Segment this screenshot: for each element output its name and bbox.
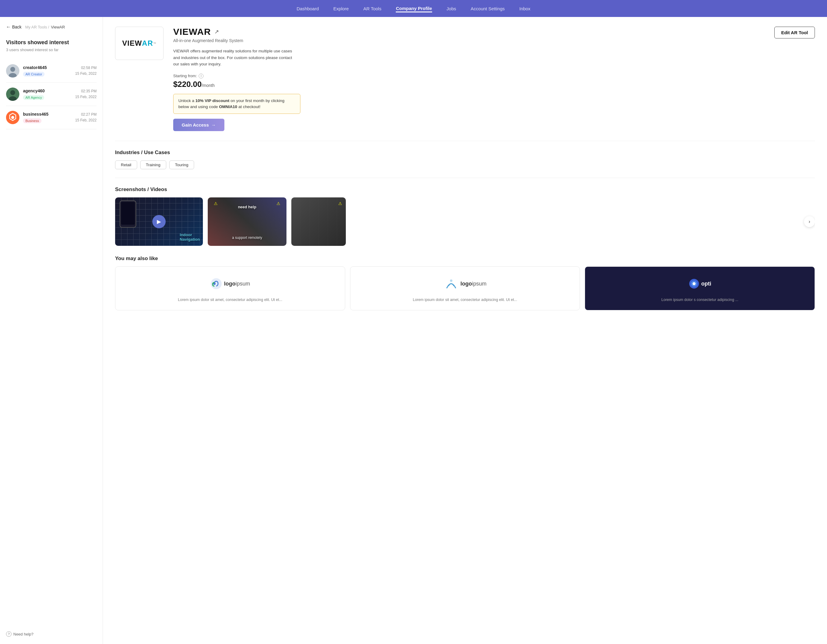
edit-ar-tool-button[interactable]: Edit AR Tool (774, 27, 815, 39)
back-button[interactable]: ← Back (6, 24, 22, 30)
discount-code: OMNIA10 (219, 104, 237, 109)
discount-highlight: 10% VIP discount (195, 98, 229, 103)
also-like-row: logoipsum Lorem ipsum dolor sit amet, co… (115, 267, 815, 310)
visitor-badge: AR Agency (23, 95, 44, 100)
visitor-time: 02:58 PM 15 Feb, 2022 (75, 65, 97, 76)
tag-retail: Retail (115, 161, 137, 169)
visitor-time: 02:27 PM 15 Feb, 2022 (75, 112, 97, 123)
nav-inbox[interactable]: Inbox (519, 5, 531, 12)
product-price: $220.00/month (173, 80, 774, 89)
nav-company-profile[interactable]: Company Profile (396, 5, 432, 12)
svg-point-7 (11, 116, 14, 119)
visitor-name: creator4645 (23, 65, 72, 70)
avatar (6, 111, 19, 124)
also-like-card[interactable]: logoipsum Lorem ipsum dolor sit amet, co… (115, 267, 345, 310)
warning-icon: ⚠ (276, 201, 281, 206)
visitor-badge: AR Creator (23, 72, 45, 76)
visitor-item: agency460 AR Agency 02:35 PM 15 Feb, 202… (6, 83, 97, 106)
also-like-card[interactable]: logoipsum Lorem ipsum dolor sit amet, co… (350, 267, 580, 310)
need-help-button[interactable]: ? Need help? (6, 631, 34, 637)
visitor-item: creator4645 AR Creator 02:58 PM 15 Feb, … (6, 59, 97, 83)
share-icon[interactable]: ↗ (214, 28, 219, 35)
visitor-info: agency460 AR Agency (23, 89, 72, 100)
card-logo: logoipsum (444, 274, 487, 293)
product-name: VIEWAR (173, 27, 211, 37)
card-logo: logoipsum (210, 274, 250, 293)
product-details: VIEWAR ↗ All-in-one Augmented Reality Sy… (173, 27, 774, 131)
media-label-remotely: a support remotely (232, 235, 262, 240)
screenshots-section: Screenshots / Videos ▶ IndoorNavigation (115, 187, 815, 246)
sidebar: ← Back My AR Tools / ViewAR Visitors sho… (0, 17, 103, 644)
also-like-title: You may also like (115, 256, 815, 262)
product-description: VIEWAR offers augmented reality solution… (173, 48, 294, 67)
product-tagline: All-in-one Augmented Reality System (173, 38, 774, 43)
also-like-section: You may also like logoipsum Lorem ipsum … (115, 256, 815, 310)
main-nav: Dashboard Explore AR Tools Company Profi… (0, 0, 827, 17)
visitor-item: business465 Business 02:27 PM 15 Feb, 20… (6, 106, 97, 129)
discount-box: Unlock a 10% VIP discount on your first … (173, 94, 300, 114)
media-item-image: ⚠ ⚠ need help a support remotely (208, 197, 287, 246)
media-label-need-help: need help (238, 205, 256, 209)
media-row: ▶ IndoorNavigation ⚠ ⚠ need help a suppo… (115, 197, 815, 246)
page-layout: ← Back My AR Tools / ViewAR Visitors sho… (0, 17, 827, 644)
arrow-icon: → (211, 122, 216, 128)
info-icon[interactable]: i (199, 73, 203, 78)
avatar (6, 87, 19, 101)
tag-training: Training (140, 161, 166, 169)
starting-from-label: Starting from: i (173, 73, 774, 78)
play-button[interactable]: ▶ (152, 215, 165, 228)
product-name-row: VIEWAR ↗ (173, 27, 774, 37)
divider (115, 141, 815, 141)
svg-point-10 (450, 279, 453, 282)
svg-point-13 (693, 282, 696, 285)
nav-dashboard[interactable]: Dashboard (296, 5, 318, 12)
visitor-badge: Business (23, 119, 42, 123)
visitor-time: 02:35 PM 15 Feb, 2022 (75, 89, 97, 100)
visitor-name: business465 (23, 112, 72, 117)
media-label: IndoorNavigation (180, 232, 200, 242)
card-logo: opti (689, 274, 712, 293)
card-description: Lorem ipsum dolor sit amet, consectetur … (178, 297, 282, 303)
nav-explore[interactable]: Explore (333, 5, 349, 12)
product-logo: VIEWAR™ (115, 27, 164, 60)
back-arrow-icon: ← (6, 24, 11, 30)
svg-point-4 (10, 90, 15, 95)
grid-lines (291, 197, 346, 246)
carousel-next-button[interactable]: › (804, 216, 815, 227)
nav-jobs[interactable]: Jobs (447, 5, 456, 12)
screenshots-title: Screenshots / Videos (115, 187, 815, 193)
nav-account-settings[interactable]: Account Settings (471, 5, 505, 12)
question-icon: ? (6, 631, 11, 637)
visitors-title: Visitors showed interest (6, 39, 97, 46)
product-info: VIEWAR™ VIEWAR ↗ All-in-one Augmented Re… (115, 27, 774, 131)
industries-section: Industries / Use Cases Retail Training T… (115, 150, 815, 169)
breadcrumb: ← Back My AR Tools / ViewAR (6, 24, 97, 30)
svg-point-1 (10, 67, 15, 72)
divider (115, 178, 815, 178)
gain-access-button[interactable]: Gain Access → (173, 119, 225, 131)
breadcrumb-parent: My AR Tools / (25, 25, 49, 30)
industries-tags: Retail Training Touring (115, 161, 815, 169)
visitors-subtitle: 3 users showed interest so far (6, 48, 97, 52)
also-like-card-dark[interactable]: opti Lorem ipsum dolor s consectetur adi… (585, 267, 815, 310)
media-item-video[interactable]: ▶ IndoorNavigation (115, 197, 203, 246)
warning-icon: ⚠ (214, 201, 218, 206)
product-header: VIEWAR™ VIEWAR ↗ All-in-one Augmented Re… (115, 27, 815, 131)
nav-ar-tools[interactable]: AR Tools (364, 5, 382, 12)
media-item-image-3: ⚠ (291, 197, 346, 246)
card-description: Lorem ipsum dolor sit amet, consectetur … (413, 297, 517, 303)
visitor-info: business465 Business (23, 112, 72, 123)
avatar (6, 64, 19, 78)
industries-title: Industries / Use Cases (115, 150, 815, 156)
visitor-info: creator4645 AR Creator (23, 65, 72, 76)
card-description: Lorem ipsum dolor s consectetur adipisci… (662, 297, 738, 303)
breadcrumb-current: ViewAR (51, 25, 65, 30)
visitor-name: agency460 (23, 89, 72, 93)
tag-touring: Touring (169, 161, 194, 169)
main-content: VIEWAR™ VIEWAR ↗ All-in-one Augmented Re… (103, 17, 827, 644)
